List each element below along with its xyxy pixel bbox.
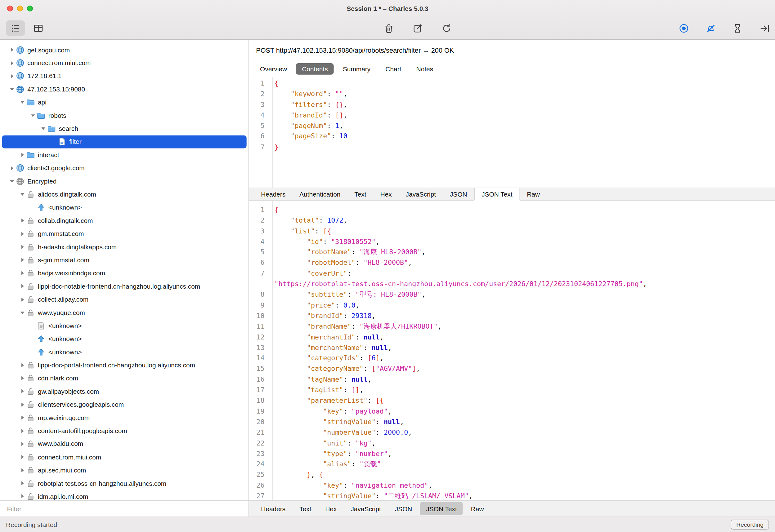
chevron-expanded-icon[interactable] xyxy=(8,180,16,183)
tree-item[interactable]: h-adashx.dingtalkapps.com xyxy=(0,240,248,253)
chevron-expanded-icon[interactable] xyxy=(39,127,47,130)
tree-item[interactable]: api xyxy=(0,96,248,109)
hourglass-button[interactable] xyxy=(732,23,743,33)
tree-item[interactable]: search xyxy=(0,122,248,135)
tree-item[interactable]: www.baidu.com xyxy=(0,437,248,450)
tree-item[interactable]: content-autofill.googleapis.com xyxy=(0,424,248,437)
close-button[interactable] xyxy=(7,6,13,11)
tab-text[interactable]: Text xyxy=(347,188,373,200)
tree-item[interactable]: collab.dingtalk.com xyxy=(0,214,248,227)
tab-overview[interactable]: Overview xyxy=(254,63,293,75)
chevron-expanded-icon[interactable] xyxy=(29,114,37,117)
tree-item[interactable]: interact xyxy=(0,149,248,162)
tab-json[interactable]: JSON xyxy=(443,188,474,200)
chevron-collapsed-icon[interactable] xyxy=(18,297,26,301)
minimize-button[interactable] xyxy=(17,6,23,11)
chevron-collapsed-icon[interactable] xyxy=(18,402,26,406)
chevron-collapsed-icon[interactable] xyxy=(18,363,26,367)
tree-item[interactable]: <unknown> xyxy=(0,201,248,214)
tab-hex[interactable]: Hex xyxy=(318,501,344,516)
tab-contents[interactable]: Contents xyxy=(296,63,334,75)
chevron-expanded-icon[interactable] xyxy=(18,311,26,314)
record-button[interactable] xyxy=(679,23,689,33)
chevron-collapsed-icon[interactable] xyxy=(8,61,16,65)
tab-json[interactable]: JSON xyxy=(388,501,419,516)
tree-item[interactable]: api.sec.miui.com xyxy=(0,463,248,477)
tree-item[interactable]: cdn.nlark.com xyxy=(0,372,248,385)
tree-item[interactable]: badjs.weixinbridge.com xyxy=(0,267,248,280)
tab-hex[interactable]: Hex xyxy=(373,188,399,200)
tab-javascript[interactable]: JavaScript xyxy=(344,501,388,516)
tree-item[interactable]: alidocs.dingtalk.com xyxy=(0,188,248,201)
tree-item[interactable]: gm.mmstat.com xyxy=(0,227,248,240)
chevron-collapsed-icon[interactable] xyxy=(18,429,26,433)
chevron-collapsed-icon[interactable] xyxy=(18,258,26,262)
recording-toggle-button[interactable]: Recording xyxy=(731,520,769,530)
tree-item[interactable]: mp.weixin.qq.com xyxy=(0,411,248,424)
compose-button[interactable] xyxy=(412,23,423,33)
chevron-collapsed-icon[interactable] xyxy=(18,284,26,288)
chevron-collapsed-icon[interactable] xyxy=(18,389,26,393)
tab-raw[interactable]: Raw xyxy=(520,188,547,200)
filter-input[interactable] xyxy=(0,501,248,516)
chevron-collapsed-icon[interactable] xyxy=(18,245,26,249)
sequence-view-button[interactable] xyxy=(29,20,48,36)
tree-item[interactable]: filter xyxy=(2,135,246,148)
chevron-expanded-icon[interactable] xyxy=(18,101,26,104)
tree-item[interactable]: connect.rom.miui.com xyxy=(0,450,248,463)
tab-javascript[interactable]: JavaScript xyxy=(399,188,443,200)
chevron-collapsed-icon[interactable] xyxy=(18,494,26,499)
tab-json-text[interactable]: JSON Text xyxy=(474,188,520,200)
tree-item[interactable]: <unknown> xyxy=(0,345,248,358)
tree-item[interactable]: www.yuque.com xyxy=(0,306,248,319)
structure-view-button[interactable] xyxy=(6,20,25,36)
chevron-collapsed-icon[interactable] xyxy=(18,153,26,157)
chevron-collapsed-icon[interactable] xyxy=(8,74,16,78)
chevron-collapsed-icon[interactable] xyxy=(18,271,26,275)
tree-item[interactable]: clients3.google.com xyxy=(0,162,248,175)
tab-headers[interactable]: Headers xyxy=(254,501,292,516)
tab-authentication[interactable]: Authentication xyxy=(292,188,347,200)
tree-item[interactable]: get.sogou.com xyxy=(0,43,248,56)
tree-item[interactable]: s-gm.mmstat.com xyxy=(0,254,248,267)
chevron-collapsed-icon[interactable] xyxy=(18,455,26,459)
tree-item[interactable]: collect.alipay.com xyxy=(0,293,248,306)
tree-item[interactable]: clientservices.googleapis.com xyxy=(0,398,248,411)
tree-item[interactable]: lippi-doc-notable-frontend.cn-hangzhou.l… xyxy=(0,280,248,293)
tab-headers[interactable]: Headers xyxy=(254,188,292,200)
chevron-collapsed-icon[interactable] xyxy=(18,219,26,223)
request-body[interactable]: 1{2 "keyword": "",3 "filters": {},4 "bra… xyxy=(249,77,775,188)
tree-item[interactable]: connect.rom.miui.com xyxy=(0,56,248,69)
tab-notes[interactable]: Notes xyxy=(410,63,439,75)
tree-item[interactable]: Encrypted xyxy=(0,175,248,188)
tree-item[interactable]: 172.18.61.1 xyxy=(0,69,248,82)
response-body[interactable]: 1{2 "total": 1072,3 "list": [{4 "id": "3… xyxy=(249,201,775,500)
zoom-button[interactable] xyxy=(27,6,33,11)
tree-item[interactable]: 47.102.153.15:9080 xyxy=(0,83,248,96)
chevron-collapsed-icon[interactable] xyxy=(18,442,26,446)
repeat-button[interactable] xyxy=(441,23,452,33)
chevron-expanded-icon[interactable] xyxy=(18,193,26,196)
tab-json-text[interactable]: JSON Text xyxy=(420,502,463,515)
chevron-collapsed-icon[interactable] xyxy=(8,166,16,170)
chevron-collapsed-icon[interactable] xyxy=(18,468,26,472)
scroll-to-end-button[interactable] xyxy=(759,23,770,33)
tree-item[interactable]: robots xyxy=(0,109,248,122)
chevron-collapsed-icon[interactable] xyxy=(18,416,26,420)
tab-chart[interactable]: Chart xyxy=(379,63,408,75)
tree-item[interactable]: gw.alipayobjects.com xyxy=(0,385,248,398)
chevron-collapsed-icon[interactable] xyxy=(18,376,26,380)
chevron-collapsed-icon[interactable] xyxy=(8,48,16,52)
tree-item[interactable]: idm.api.io.mi.com xyxy=(0,490,248,500)
tab-raw[interactable]: Raw xyxy=(464,501,491,516)
tree-item[interactable]: lippi-doc-portal-frontend.cn-hangzhou.lo… xyxy=(0,358,248,371)
tab-text[interactable]: Text xyxy=(292,501,318,516)
chevron-expanded-icon[interactable] xyxy=(8,88,16,91)
tree-item[interactable]: <unknown> xyxy=(0,332,248,345)
tab-summary[interactable]: Summary xyxy=(337,63,376,75)
chevron-collapsed-icon[interactable] xyxy=(18,481,26,485)
tree-item[interactable]: robotplat-test.oss-cn-hangzhou.aliyuncs.… xyxy=(0,477,248,490)
throttle-disabled-button[interactable] xyxy=(705,23,716,33)
chevron-collapsed-icon[interactable] xyxy=(18,232,26,236)
clear-session-button[interactable] xyxy=(383,23,394,33)
